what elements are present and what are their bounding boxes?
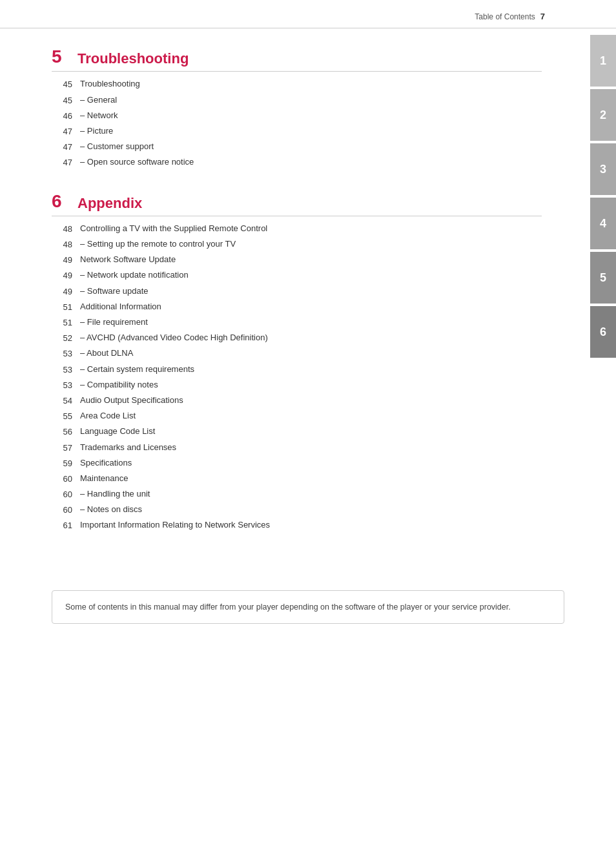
section-6-title: Appendix (77, 192, 142, 212)
toc-page: 60 (52, 473, 72, 485)
toc-entry: 57 Trademarks and Licenses (52, 442, 542, 454)
toc-text: Area Code List (80, 410, 542, 422)
toc-page: 47 (52, 141, 72, 153)
toc-text: Additional Information (80, 301, 542, 313)
toc-entry: 60 – Notes on discs (52, 504, 542, 516)
toc-text: – Customer support (80, 141, 542, 152)
toc-text: – Certain system requirements (80, 364, 542, 375)
toc-text: – Picture (80, 125, 542, 137)
toc-entry: 60 – Handling the unit (52, 488, 542, 500)
toc-entry: 47 – Picture (52, 125, 542, 138)
notice-box: Some of contents in this manual may diff… (52, 590, 564, 624)
toc-text: Troubleshooting (80, 78, 542, 90)
toc-text: Network Software Update (80, 254, 542, 265)
toc-entry: 45 Troubleshooting (52, 78, 542, 90)
toc-page: 48 (52, 223, 72, 235)
toc-text: Maintenance (80, 473, 542, 484)
toc-entry: 55 Area Code List (52, 410, 542, 422)
toc-text: – Software update (80, 285, 542, 297)
toc-page: 54 (52, 395, 72, 407)
sidebar-tab-6[interactable]: 6 (590, 306, 616, 358)
toc-page: 60 (52, 488, 72, 500)
toc-text: – Handling the unit (80, 488, 542, 500)
toc-text: – Network (80, 110, 542, 121)
toc-page: 57 (52, 442, 72, 454)
toc-entry: 53 – Compatibility notes (52, 379, 542, 391)
toc-entry: 49 Network Software Update (52, 254, 542, 266)
sidebar-tab-5[interactable]: 5 (590, 252, 616, 304)
header-bar: Table of Contents 7 (0, 0, 616, 28)
section-6-toc-list: 48 Controlling a TV with the Supplied Re… (52, 223, 542, 532)
toc-page: 53 (52, 347, 72, 360)
toc-page: 56 (52, 426, 72, 438)
toc-page: 47 (52, 156, 72, 169)
toc-page: 52 (52, 332, 72, 344)
toc-entry: 52 – AVCHD (Advanced Video Codec High De… (52, 332, 542, 344)
section-6-number: 6 (52, 192, 67, 211)
toc-entry: 46 – Network (52, 110, 542, 122)
toc-text: – Setting up the remote to control your … (80, 238, 542, 250)
main-content: 5 Troubleshooting 45 Troubleshooting 45 … (0, 28, 616, 571)
toc-page: 51 (52, 316, 72, 329)
toc-page: 45 (52, 94, 72, 107)
toc-entry: 54 Audio Output Specifications (52, 395, 542, 407)
right-sidebar: 123456 (580, 28, 616, 571)
toc-entry: 47 – Open source software notice (52, 156, 542, 169)
toc-text: Controlling a TV with the Supplied Remot… (80, 223, 542, 234)
toc-text: Important Information Relating to Networ… (80, 519, 542, 531)
toc-page: 48 (52, 238, 72, 251)
sidebar-tab-4[interactable]: 4 (590, 198, 616, 249)
toc-text: Specifications (80, 457, 542, 469)
toc-text: Audio Output Specifications (80, 395, 542, 406)
toc-entry: 53 – Certain system requirements (52, 364, 542, 376)
toc-page: 47 (52, 125, 72, 138)
toc-text: – Compatibility notes (80, 379, 542, 391)
toc-text: – General (80, 94, 542, 106)
toc-text: – Open source software notice (80, 156, 542, 168)
toc-entry: 49 – Network update notification (52, 269, 542, 282)
toc-text: – File requirement (80, 316, 542, 328)
toc-page: 51 (52, 301, 72, 313)
toc-page: 59 (52, 457, 72, 469)
toc-text: – Network update notification (80, 269, 542, 281)
toc-entry: 51 Additional Information (52, 301, 542, 313)
section-5-header: 5 Troubleshooting (52, 48, 542, 72)
sidebar-tab-3[interactable]: 3 (590, 143, 616, 195)
toc-text: – AVCHD (Advanced Video Codec High Defin… (80, 332, 542, 344)
toc-entry: 49 – Software update (52, 285, 542, 298)
toc-page: 53 (52, 379, 72, 391)
section-appendix: 6 Appendix 48 Controlling a TV with the … (52, 192, 542, 532)
toc-text: – About DLNA (80, 347, 542, 359)
sidebar-tab-1[interactable]: 1 (590, 35, 616, 87)
header-title: Table of Contents (475, 12, 535, 21)
toc-page: 60 (52, 504, 72, 516)
toc-page: 45 (52, 78, 72, 90)
section-5-number: 5 (52, 48, 67, 66)
toc-entry: 47 – Customer support (52, 141, 542, 153)
toc-page: 53 (52, 364, 72, 376)
toc-entry: 59 Specifications (52, 457, 542, 469)
toc-text: Language Code List (80, 426, 542, 437)
toc-text: Trademarks and Licenses (80, 442, 542, 453)
toc-text: – Notes on discs (80, 504, 542, 515)
section-5-title: Troubleshooting (77, 48, 189, 67)
toc-entry: 48 – Setting up the remote to control yo… (52, 238, 542, 251)
section-troubleshooting: 5 Troubleshooting 45 Troubleshooting 45 … (52, 48, 542, 169)
toc-entry: 51 – File requirement (52, 316, 542, 329)
section-6-header: 6 Appendix (52, 192, 542, 216)
toc-entry: 53 – About DLNA (52, 347, 542, 360)
toc-page: 55 (52, 410, 72, 422)
toc-page: 49 (52, 254, 72, 266)
left-content: 5 Troubleshooting 45 Troubleshooting 45 … (0, 28, 580, 571)
sidebar-tab-2[interactable]: 2 (590, 89, 616, 141)
page-container: Table of Contents 7 5 Troubleshooting 45… (0, 0, 616, 855)
toc-page: 49 (52, 285, 72, 298)
toc-entry: 61 Important Information Relating to Net… (52, 519, 542, 531)
toc-entry: 45 – General (52, 94, 542, 107)
toc-page: 49 (52, 269, 72, 282)
notice-text: Some of contents in this manual may diff… (65, 601, 551, 613)
toc-entry: 56 Language Code List (52, 426, 542, 438)
section-5-toc-list: 45 Troubleshooting 45 – General 46 – Net… (52, 78, 542, 169)
toc-entry: 48 Controlling a TV with the Supplied Re… (52, 223, 542, 235)
toc-page: 61 (52, 519, 72, 531)
